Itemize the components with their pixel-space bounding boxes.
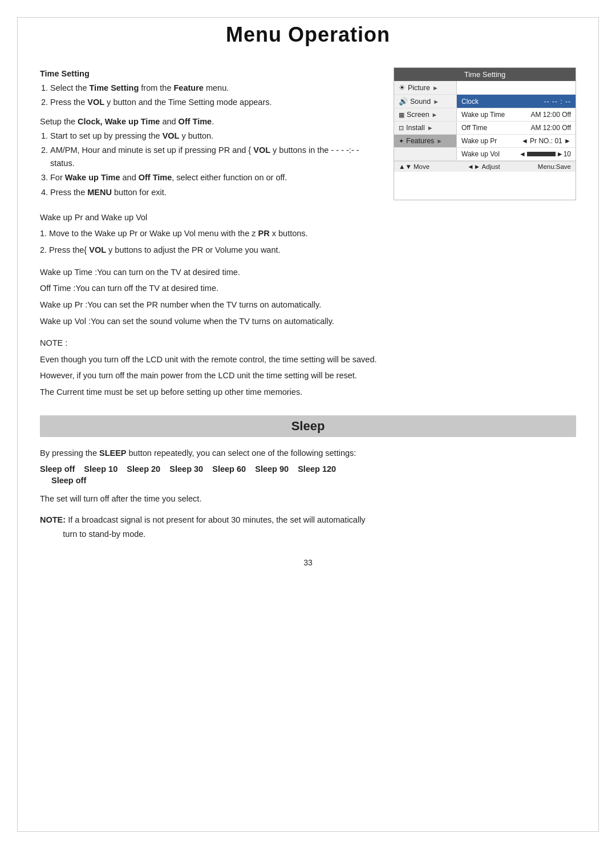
page-border xyxy=(17,17,599,832)
